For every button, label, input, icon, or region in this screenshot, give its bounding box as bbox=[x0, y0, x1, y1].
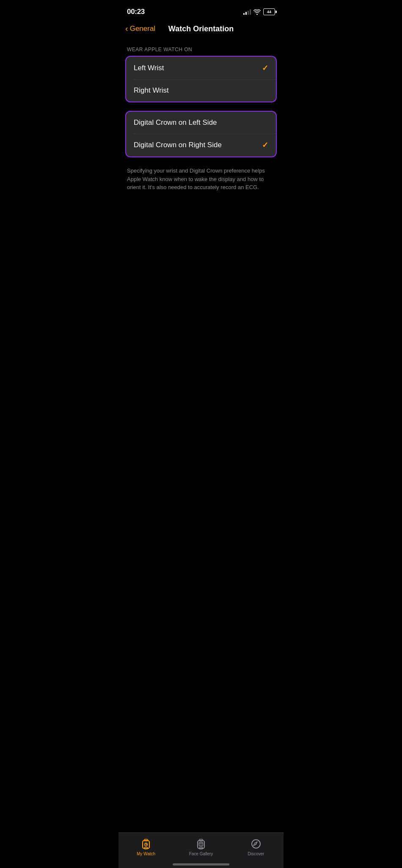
page-title: Watch Orientation bbox=[168, 25, 234, 33]
wrist-options-group: Left Wrist ✓ Right Wrist bbox=[125, 56, 277, 102]
status-icons: 44 bbox=[243, 8, 275, 15]
right-wrist-label: Right Wrist bbox=[134, 86, 169, 95]
battery-level: 44 bbox=[267, 10, 271, 14]
status-bar: 00:23 44 bbox=[118, 0, 284, 21]
wifi-icon bbox=[253, 9, 261, 15]
wrist-section-label: WEAR APPLE WATCH ON bbox=[125, 47, 277, 52]
back-label: General bbox=[130, 25, 155, 33]
left-wrist-label: Left Wrist bbox=[134, 64, 164, 72]
battery-icon: 44 bbox=[263, 8, 275, 15]
crown-left-label: Digital Crown on Left Side bbox=[134, 118, 217, 127]
crown-right-checkmark: ✓ bbox=[262, 140, 268, 150]
crown-options-group: Digital Crown on Left Side Digital Crown… bbox=[125, 111, 277, 157]
nav-header: ‹ General Watch Orientation bbox=[118, 21, 284, 40]
back-button[interactable]: ‹ General bbox=[125, 25, 155, 33]
left-wrist-option[interactable]: Left Wrist ✓ bbox=[126, 57, 276, 80]
crown-right-option[interactable]: Digital Crown on Right Side ✓ bbox=[126, 134, 276, 157]
content-area: WEAR APPLE WATCH ON Left Wrist ✓ Right W… bbox=[118, 40, 284, 192]
back-chevron-icon: ‹ bbox=[125, 24, 128, 33]
status-time: 00:23 bbox=[127, 8, 145, 16]
right-wrist-option[interactable]: Right Wrist bbox=[126, 80, 276, 102]
crown-right-label: Digital Crown on Right Side bbox=[134, 141, 222, 149]
signal-icon bbox=[243, 9, 251, 15]
left-wrist-checkmark: ✓ bbox=[262, 63, 268, 73]
helper-text: Specifying your wrist and Digital Crown … bbox=[125, 162, 277, 192]
crown-left-option[interactable]: Digital Crown on Left Side bbox=[126, 112, 276, 134]
